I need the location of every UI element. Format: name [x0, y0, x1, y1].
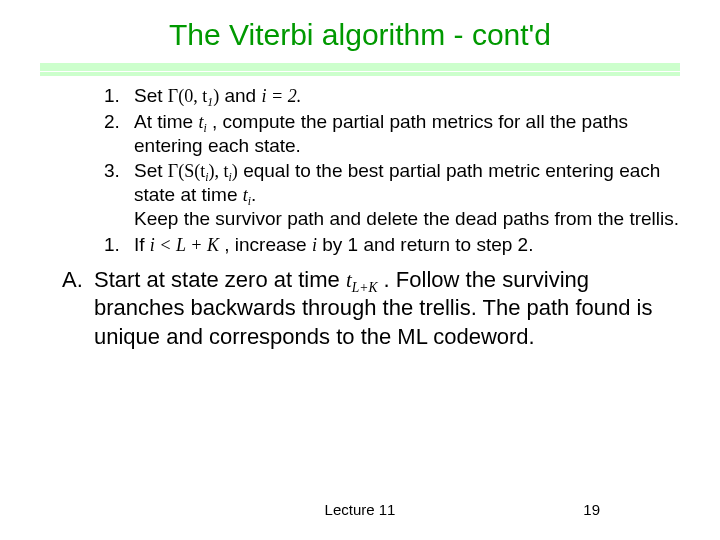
step-number: 1.: [104, 233, 134, 257]
step-number: 1.: [104, 84, 134, 108]
text: At time: [134, 111, 198, 132]
step-4: 1. If i < L + K , increase i by 1 and re…: [104, 233, 680, 257]
inner-list: 1. Set Γ(0, t1) and i = 2. 2. At time ti…: [40, 84, 680, 256]
step-3: 3. Set Γ(S(ti), ti) equal to the best pa…: [104, 159, 680, 230]
step-text: Set Γ(S(ti), ti) equal to the best parti…: [134, 159, 680, 230]
text: Start at state zero at time: [94, 267, 346, 292]
rule-bar-thin: [40, 72, 680, 76]
lecture-label: Lecture 11: [325, 501, 396, 518]
math-i: i: [312, 235, 317, 255]
step-letter: A.: [62, 266, 94, 350]
text: .: [251, 184, 256, 205]
step-text: If i < L + K , increase i by 1 and retur…: [134, 233, 680, 257]
step-text: Start at state zero at time tL+K . Follo…: [94, 266, 680, 350]
slide: The Viterbi algorithm - cont'd 1. Set Γ(…: [0, 0, 720, 540]
math-tlk: tL+K: [346, 268, 378, 292]
text: , compute the partial path metrics for a…: [134, 111, 628, 156]
math-i2: i = 2.: [261, 86, 301, 106]
slide-footer: Lecture 11 19: [0, 501, 720, 518]
math-ti2: ti: [243, 185, 251, 205]
step-number: 3.: [104, 159, 134, 230]
text: Keep the survivor path and delete the de…: [134, 208, 679, 229]
math-iltk: i < L + K: [150, 235, 219, 255]
math-gamma01: Γ(0, t1): [168, 86, 219, 106]
text: and: [224, 85, 261, 106]
title-rule: [40, 60, 680, 78]
text: , increase: [224, 234, 312, 255]
rule-bar-thick: [40, 63, 680, 71]
step-1: 1. Set Γ(0, t1) and i = 2.: [104, 84, 680, 108]
outer-list: A. Start at state zero at time tL+K . Fo…: [40, 266, 680, 350]
text: If: [134, 234, 150, 255]
math-gamma-s: Γ(S(ti), ti): [168, 161, 238, 181]
step-A: A. Start at state zero at time tL+K . Fo…: [62, 266, 680, 350]
math-ti: ti: [198, 112, 206, 132]
text: Set: [134, 160, 168, 181]
page-number: 19: [583, 501, 600, 518]
slide-body: 1. Set Γ(0, t1) and i = 2. 2. At time ti…: [40, 84, 680, 351]
slide-title: The Viterbi algorithm - cont'd: [40, 18, 680, 52]
text: Set: [134, 85, 168, 106]
step-text: At time ti , compute the partial path me…: [134, 110, 680, 158]
step-text: Set Γ(0, t1) and i = 2.: [134, 84, 680, 108]
step-number: 2.: [104, 110, 134, 158]
text: by 1 and return to step 2.: [322, 234, 533, 255]
step-2: 2. At time ti , compute the partial path…: [104, 110, 680, 158]
